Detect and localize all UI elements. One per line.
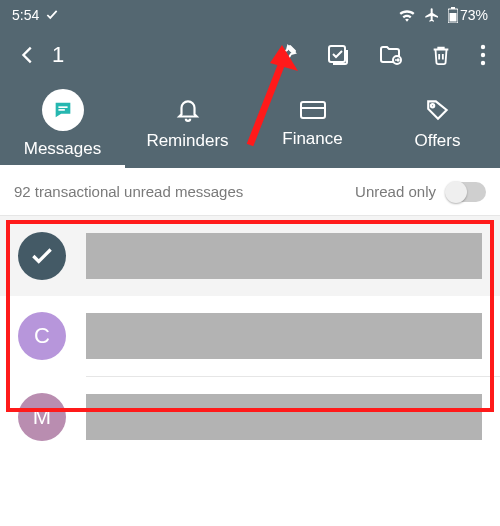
tag-icon bbox=[425, 97, 451, 123]
svg-point-12 bbox=[430, 104, 433, 107]
tab-reminders[interactable]: Reminders bbox=[125, 80, 250, 168]
airplane-icon bbox=[424, 7, 440, 23]
select-all-icon[interactable] bbox=[326, 43, 350, 67]
messages-icon bbox=[42, 89, 84, 131]
message-preview bbox=[86, 233, 482, 279]
unread-summary: 92 transactional unread messages bbox=[14, 183, 243, 200]
message-preview bbox=[86, 394, 482, 440]
svg-rect-3 bbox=[329, 46, 345, 62]
tab-label: Reminders bbox=[146, 131, 228, 151]
delete-icon[interactable] bbox=[430, 43, 452, 67]
svg-point-5 bbox=[481, 45, 485, 49]
app-bar: 1 bbox=[0, 30, 500, 80]
unread-only-label: Unread only bbox=[355, 183, 436, 200]
filter-bar: 92 transactional unread messages Unread … bbox=[0, 168, 500, 216]
battery-icon: 73% bbox=[448, 7, 488, 23]
tab-finance[interactable]: Finance bbox=[250, 80, 375, 168]
svg-rect-2 bbox=[449, 13, 456, 22]
status-app-icon bbox=[45, 8, 59, 22]
svg-rect-10 bbox=[301, 102, 325, 118]
bell-icon bbox=[175, 97, 201, 123]
overflow-icon[interactable] bbox=[480, 44, 486, 66]
svg-point-7 bbox=[481, 61, 485, 65]
tab-bar: Messages Reminders Finance Offers bbox=[0, 80, 500, 168]
wifi-icon bbox=[398, 8, 416, 22]
back-button[interactable] bbox=[8, 44, 48, 66]
avatar-selected[interactable] bbox=[18, 232, 66, 280]
status-time: 5:54 bbox=[12, 7, 39, 23]
avatar[interactable]: C bbox=[18, 312, 66, 360]
avatar[interactable]: M bbox=[18, 393, 66, 441]
list-item[interactable]: C bbox=[0, 296, 500, 376]
tab-messages[interactable]: Messages bbox=[0, 80, 125, 168]
message-list: C M bbox=[0, 216, 500, 457]
svg-rect-9 bbox=[58, 109, 64, 111]
list-item[interactable]: M bbox=[0, 377, 500, 457]
tab-label: Finance bbox=[282, 129, 342, 149]
svg-rect-8 bbox=[58, 106, 67, 108]
unread-only-toggle[interactable] bbox=[446, 182, 486, 202]
avatar-letter: M bbox=[33, 404, 51, 430]
status-bar: 5:54 73% bbox=[0, 0, 500, 30]
tab-offers[interactable]: Offers bbox=[375, 80, 500, 168]
card-icon bbox=[299, 99, 327, 121]
tab-label: Messages bbox=[24, 139, 101, 159]
pin-icon[interactable] bbox=[274, 43, 298, 67]
avatar-letter: C bbox=[34, 323, 50, 349]
selection-count: 1 bbox=[52, 42, 64, 68]
battery-pct: 73% bbox=[460, 7, 488, 23]
svg-point-6 bbox=[481, 53, 485, 57]
message-preview bbox=[86, 313, 482, 359]
list-item[interactable] bbox=[0, 216, 500, 296]
move-folder-icon[interactable] bbox=[378, 43, 402, 67]
svg-rect-1 bbox=[451, 7, 455, 9]
tab-label: Offers bbox=[415, 131, 461, 151]
